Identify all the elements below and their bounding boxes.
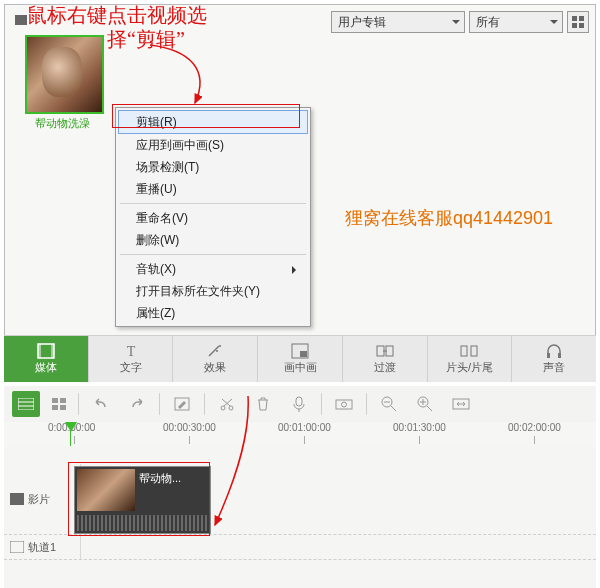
transition-icon [376, 343, 394, 359]
filter-combo[interactable]: 所有 [469, 11, 563, 33]
svg-rect-19 [18, 398, 34, 410]
ruler-tick-label: 00:01:00:00 [278, 422, 338, 433]
svg-rect-25 [60, 405, 66, 410]
svg-rect-23 [60, 398, 66, 403]
view-toggle-button[interactable] [567, 11, 589, 33]
ctx-edit-label: 剪辑(R) [136, 114, 177, 131]
ruler-tick-label: 0:00:00:00 [48, 422, 108, 433]
tab-sound[interactable]: 声音 [512, 336, 596, 382]
svg-line-36 [427, 406, 432, 411]
svg-rect-29 [296, 397, 302, 406]
ruler-tick-label: 00:01:30:00 [393, 422, 453, 433]
ctx-prop-label: 属性(Z) [136, 305, 175, 322]
svg-rect-1 [579, 16, 584, 21]
timeline-ruler[interactable]: 0:00:00:0000:00:30:0000:01:00:0000:01:30… [4, 422, 596, 447]
svg-text:T: T [126, 344, 135, 359]
timeline-clip[interactable]: 帮动物... [74, 466, 211, 534]
svg-rect-18 [558, 353, 561, 358]
svg-rect-3 [579, 23, 584, 28]
film-icon [37, 343, 55, 359]
svg-point-27 [221, 406, 225, 410]
cut-button[interactable] [213, 391, 241, 417]
undo-icon [93, 397, 109, 411]
ctx-scene-detect[interactable]: 场景检测(T) [118, 156, 308, 178]
svg-rect-12 [300, 351, 307, 357]
scissors-icon [219, 397, 235, 411]
ruler-tick-label: 00:02:00:00 [508, 422, 568, 433]
delete-button[interactable] [249, 391, 277, 417]
ctx-audio-track[interactable]: 音轨(X) [118, 258, 308, 280]
storyboard-view-button[interactable] [48, 394, 70, 414]
ctx-redo[interactable]: 重播(U) [118, 178, 308, 200]
tab-pip[interactable]: 画中画 [258, 336, 343, 382]
intro-icon [460, 343, 478, 359]
folder-icon [15, 15, 27, 25]
tab-effect-label: 效果 [204, 360, 226, 375]
filter-combo-label: 所有 [476, 14, 500, 31]
clip-waveform [77, 515, 208, 531]
video-track-label: 影片 [28, 492, 50, 507]
ctx-edit[interactable]: 剪辑(R) [118, 110, 308, 134]
ctx-apply-pip[interactable]: 应用到画中画(S) [118, 134, 308, 156]
ctx-separator [120, 254, 306, 255]
tab-media[interactable]: 媒体 [4, 336, 89, 382]
edit-icon [174, 397, 190, 411]
media-thumb[interactable]: 帮动物洗澡 [25, 35, 100, 131]
toolbar-separator [321, 393, 322, 415]
tool-tabs: 媒体 T 文字 效果 画中画 过渡 片头/片尾 声音 [4, 335, 596, 382]
svg-point-28 [229, 406, 233, 410]
record-button[interactable] [285, 391, 313, 417]
svg-rect-0 [572, 16, 577, 21]
ctx-separator [120, 203, 306, 204]
track-1-label: 轨道1 [28, 540, 56, 555]
timeline-view-button[interactable] [12, 391, 40, 417]
clip-thumb [77, 469, 135, 511]
album-combo[interactable]: 用户专辑 [331, 11, 465, 33]
tab-transition[interactable]: 过渡 [343, 336, 428, 382]
svg-rect-15 [461, 346, 467, 356]
ctx-rename[interactable]: 重命名(V) [118, 207, 308, 229]
media-thumb-image [25, 35, 104, 114]
headphone-icon [545, 343, 563, 359]
context-menu: 剪辑(R) 应用到画中画(S) 场景检测(T) 重播(U) 重命名(V) 删除(… [115, 107, 311, 327]
grid-icon [572, 16, 584, 28]
video-track-header: 影片 [4, 464, 81, 534]
track-1[interactable]: 轨道1 [4, 535, 596, 560]
film-icon [10, 541, 24, 553]
text-icon: T [122, 343, 140, 359]
video-track[interactable]: 影片 帮动物... [4, 464, 596, 535]
svg-rect-13 [377, 346, 384, 356]
chevron-right-icon [292, 266, 300, 274]
edit-button[interactable] [168, 391, 196, 417]
media-thumb-label: 帮动物洗澡 [25, 116, 100, 131]
ctx-rename-label: 重命名(V) [136, 210, 188, 227]
tab-pip-label: 画中画 [284, 360, 317, 375]
fit-icon [452, 398, 470, 410]
ctx-redo-label: 重播(U) [136, 181, 177, 198]
zoom-in-icon [417, 396, 433, 412]
redo-button[interactable] [123, 391, 151, 417]
clip-label: 帮动物... [139, 471, 206, 486]
zoom-in-button[interactable] [411, 391, 439, 417]
zoom-fit-button[interactable] [447, 391, 475, 417]
svg-rect-14 [386, 346, 393, 356]
ctx-delete[interactable]: 删除(W) [118, 229, 308, 251]
snapshot-button[interactable] [330, 391, 358, 417]
undo-button[interactable] [87, 391, 115, 417]
svg-rect-41 [10, 541, 24, 553]
timeline-tracks: 影片 帮动物... 轨道1 [4, 446, 596, 588]
tab-sound-label: 声音 [543, 360, 565, 375]
tab-text[interactable]: T 文字 [89, 336, 174, 382]
tab-text-label: 文字 [120, 360, 142, 375]
ctx-open-folder[interactable]: 打开目标所在文件夹(Y) [118, 280, 308, 302]
timeline-toolbar [4, 386, 596, 423]
ctx-properties[interactable]: 属性(Z) [118, 302, 308, 324]
toolbar-separator [159, 393, 160, 415]
zoom-out-button[interactable] [375, 391, 403, 417]
tab-intro[interactable]: 片头/片尾 [428, 336, 513, 382]
svg-rect-6 [51, 344, 54, 358]
tab-effect[interactable]: 效果 [173, 336, 258, 382]
ctx-scene-label: 场景检测(T) [136, 159, 199, 176]
wand-icon [206, 343, 224, 359]
track-1-header: 轨道1 [4, 535, 81, 559]
